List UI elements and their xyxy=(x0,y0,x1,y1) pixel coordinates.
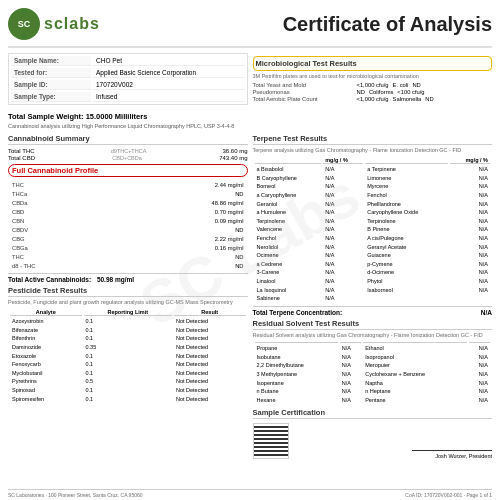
cannabinoid-row: CBDVND xyxy=(10,226,246,233)
footer-address: SC Laboratories · 100 Pioneer Street, Sa… xyxy=(8,492,143,498)
left-main-col: Cannabinoid Summary Total THC d9THC+THCA… xyxy=(8,131,248,459)
terpene-row: a CaryophylleneN/AFencholN/A xyxy=(255,192,491,199)
pesticide-row: Azoxystrobin0.1Not Detected xyxy=(10,318,246,325)
terpene-row: NerolidolN/AGeranyl AcetateN/A xyxy=(255,243,491,250)
qr-code xyxy=(253,423,289,459)
terpene-row: B CaryophylleneN/ALimoneneN/A xyxy=(255,175,491,182)
cannabinoid-row: THC2.44 mg/ml xyxy=(10,181,246,188)
cannabinoid-summary-title: Cannabinoid Summary xyxy=(8,134,248,145)
logo-icon: SC xyxy=(8,8,40,40)
cannabinoid-table: THC2.44 mg/mlTHCaNDCBDa48.86 mg/mlCBD0.7… xyxy=(8,179,248,271)
cannabinoid-row: CBG2.22 mg/ml xyxy=(10,235,246,242)
terpene-row: La IsoquinolN/AIsaborneolN/A xyxy=(255,286,491,293)
cannabinoid-row: THCaND xyxy=(10,190,246,197)
residual-row: n ButaneN/An HeptaneN/A xyxy=(255,388,491,395)
sample-info-row: Sample ID:170720V002 xyxy=(11,80,245,90)
micro-description: 3M Petrifilm plates are used to test for… xyxy=(253,73,493,79)
terpene-row: FencholN/AA cis/PulegoneN/A xyxy=(255,235,491,242)
residual-row: 2,2 DimethylbutaneN/AMeropuierN/A xyxy=(255,362,491,369)
pesticide-row: Spinosad0.1Not Detected xyxy=(10,387,246,394)
certificate-page: SC Labs SC sclabs Certificate of Analysi… xyxy=(0,0,500,500)
pesticide-title: Pesticide Test Results xyxy=(8,286,248,297)
pesticide-row: Myclobutanil0.1Not Detected xyxy=(10,370,246,377)
residual-row: HexaneN/APentaneN/A xyxy=(255,397,491,404)
total-thc-row: Total THC d9THC+THCA 36.60 mg xyxy=(8,147,248,154)
sample-info-section: Sample Name:CHO PetTested for:Applied Ba… xyxy=(8,53,248,109)
total-weight: Total Sample Weight: 15.0000 Milliliters xyxy=(8,112,492,121)
cannabinoid-row: THCND xyxy=(10,253,246,260)
footer-coa-id: CoA ID: 170720V002-001 · Page 1 of 1 xyxy=(405,492,492,498)
sample-info-table: Sample Name:CHO PetTested for:Applied Ba… xyxy=(8,53,248,105)
cannabinoid-row: CBGa0.16 mg/ml xyxy=(10,244,246,251)
sample-info-row: Tested for:Applied Basic Science Corpora… xyxy=(11,68,245,78)
cannabinoid-row: CBD0.70 mg/ml xyxy=(10,208,246,215)
footer: SC Laboratories · 100 Pioneer Street, Sa… xyxy=(8,489,492,498)
pesticide-row: Pyrethrins0.5Not Detected xyxy=(10,378,246,385)
terpene-row: SabineneN/A xyxy=(255,295,491,302)
sample-info-row: Sample Name:CHO Pet xyxy=(11,56,245,66)
terpene-total-row: Total Terpene Concentration: N/A xyxy=(253,306,493,317)
terpene-row: 3-CareneN/Ad-OcimeneN/A xyxy=(255,269,491,276)
pesticide-row: Bifenthrin0.1Not Detected xyxy=(10,335,246,342)
residual-row: 3 MethylpentaneN/ACyclohexane + BenzeneN… xyxy=(255,371,491,378)
signature-line xyxy=(412,450,492,451)
residual-note: Residual Solvent analysis utilizing Gas … xyxy=(253,332,493,338)
right-main-col: Terpene Test Results Terpene analysis ut… xyxy=(253,131,493,459)
terpene-row: OcimeneN/AGuiaceneN/A xyxy=(255,252,491,259)
micro-row-1: Total Yeast and Mold <1,000 cfu/g E. col… xyxy=(253,81,493,88)
pesticide-note: Pesticide, Fungicide and plant growth re… xyxy=(8,299,248,305)
pesticide-row: Spiromesifen0.1Not Detected xyxy=(10,395,246,402)
cannabinoid-row: CBN0.09 mg/ml xyxy=(10,217,246,224)
header: SC sclabs Certificate of Analysis xyxy=(8,8,492,48)
signer-name: Josh Wurzer, President xyxy=(297,453,493,459)
certification-area: Josh Wurzer, President xyxy=(253,423,493,459)
cannabinoid-row: CBDa48.86 mg/ml xyxy=(10,199,246,206)
terpene-table: mg/g / % mg/g / % a BisabololN/Aa Terpin… xyxy=(253,155,493,304)
residual-row: IsobutaneN/AIsopropanolN/A xyxy=(255,354,491,361)
terpene-title: Terpene Test Results xyxy=(253,134,493,145)
terpene-row: LinaloolN/APhytolN/A xyxy=(255,278,491,285)
terpene-row: BorneolN/AMyrceneN/A xyxy=(255,183,491,190)
pesticide-row: Etoxazole0.1Not Detected xyxy=(10,352,246,359)
cert-section-title: Sample Certification xyxy=(253,408,493,419)
logo-area: SC sclabs xyxy=(8,8,100,40)
residual-row: IsopentaneN/ANapthaN/A xyxy=(255,379,491,386)
micro-section: Microbiological Test Results 3M Petrifil… xyxy=(253,53,493,109)
pesticide-table: Analyte Reporting Limit Result Azoxystro… xyxy=(8,307,248,404)
total-cbd-row: Total CBD CBD+CBDa 743.40 mg xyxy=(8,154,248,161)
signature-area: Josh Wurzer, President xyxy=(297,450,493,459)
micro-row-3: Total Aerobic Plate Count <1,000 cfu/g S… xyxy=(253,95,493,102)
residual-title: Residual Solvent Test Results xyxy=(253,319,493,330)
micro-row-2: Pseudomonas ND Coliforms <100 cfu/g xyxy=(253,88,493,95)
terpene-row: a CedreneN/Ap-CymeneN/A xyxy=(255,261,491,268)
residual-row: PropaneN/AEthanolN/A xyxy=(255,345,491,352)
cert-title: Certificate of Analysis xyxy=(283,13,492,36)
terpene-row: ValenceneN/AB PineneN/A xyxy=(255,226,491,233)
terpene-row: GeraniolN/APhelllandroneN/A xyxy=(255,200,491,207)
logo-text: sclabs xyxy=(44,15,100,33)
micro-section-title: Microbiological Test Results xyxy=(253,56,493,71)
pesticide-row: Fenoxycarb0.1Not Detected xyxy=(10,361,246,368)
terpene-note: Terpene analysis utilizing Gas Chromatog… xyxy=(253,147,493,153)
sample-info-row: Sample Type:Infused xyxy=(11,92,245,102)
cannabinoid-method-note: Cannabinoid analysis utilizing High Perf… xyxy=(8,123,492,129)
residual-table: PropaneN/AEthanolN/AIsobutaneN/AIsopropa… xyxy=(253,340,493,405)
cannabinoid-row: d8 - THCND xyxy=(10,262,246,269)
total-active-row: Total Active Cannabinoids: 50.98 mg/ml xyxy=(8,273,248,283)
pesticide-row: Daminozide0.35Not Detected xyxy=(10,344,246,351)
terpene-row: a BisabololN/Aa TerpineneN/A xyxy=(255,166,491,173)
pesticide-row: Bifenazate0.1Not Detected xyxy=(10,327,246,334)
terpene-row: a HumuleneN/ACaryophyllene OxideN/A xyxy=(255,209,491,216)
terpene-row: TerpinoleneN/ATerpinoleneN/A xyxy=(255,218,491,225)
full-cannabinoid-title: Full Cannabinoid Profile xyxy=(8,164,248,177)
